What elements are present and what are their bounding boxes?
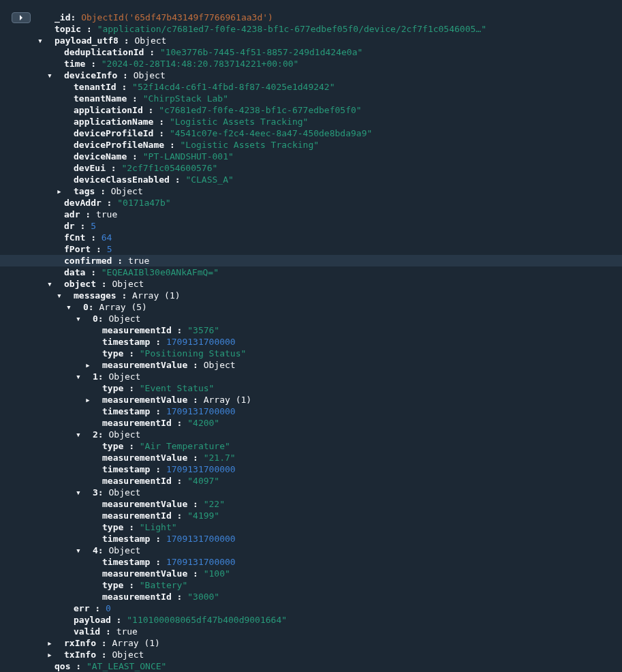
field-row-messages: ▾messages : Array (1) (0, 290, 622, 301)
field-row-object: ▾object : Object (0, 278, 622, 290)
key: rxInfo (64, 637, 96, 649)
value: "52f14cd4-c6f1-4fbd-8f87-4025e1d49242" (132, 81, 335, 93)
caret-down-icon[interactable]: ▾ (45, 70, 55, 81)
field-row-adr: adr : true (0, 209, 622, 220)
key: 1 (93, 371, 98, 382)
field-row-topic: topic : "application/c7681ed7-f0fe-4238-… (0, 23, 622, 35)
caret-down-icon[interactable]: ▾ (55, 290, 64, 301)
value: "AT_LEAST_ONCE" (87, 660, 166, 672)
value: 1709131700000 (166, 533, 236, 545)
key: time (64, 58, 85, 70)
key: 4 (93, 545, 98, 556)
key: deduplicationId (64, 46, 144, 58)
caret-right-icon[interactable]: ▸ (83, 394, 93, 406)
caret-down-icon[interactable]: ▾ (74, 545, 83, 556)
field-row-devEui: devEui : "2cf7f1c054600576" (0, 162, 622, 174)
field-row-messages-0: ▾0: Array (5) (0, 301, 622, 313)
key: object (64, 278, 96, 290)
field-row-m0-measurementValue: ▸measurementValue : Object (0, 359, 622, 371)
value-type: Array (1) (112, 637, 159, 649)
key: deviceClassEnabled (74, 174, 170, 185)
field-row-m1-measurementId: measurementId : "4200" (0, 417, 622, 429)
value-type: Object (108, 487, 140, 498)
caret-down-icon[interactable]: ▾ (74, 371, 83, 382)
key: timestamp (102, 463, 150, 475)
field-row-deviceClassEnabled: deviceClassEnabled : "CLASS_A" (0, 174, 622, 185)
key: type (102, 579, 123, 591)
key: deviceName (74, 151, 127, 162)
value: "0171a47b" (117, 197, 170, 209)
field-row-err: err : 0 (0, 602, 622, 614)
field-row-m1: ▾1: Object (0, 371, 622, 382)
key: 0 (83, 301, 89, 313)
value: "4541c07e-f2c4-4eec-8a47-450de8bda9a9" (170, 127, 372, 139)
value: true (96, 209, 117, 220)
field-row-deviceInfo: ▾deviceInfo : Object (0, 70, 622, 81)
field-row-m0-measurementId: measurementId : "3576" (0, 324, 622, 336)
key: _id (55, 12, 70, 23)
value: "Light" (140, 521, 177, 533)
caret-down-icon[interactable]: ▾ (74, 487, 83, 498)
value: true (128, 255, 149, 266)
field-row-m4-measurementValue: measurementValue : "100" (0, 568, 622, 579)
expand-document-button[interactable] (12, 12, 31, 23)
caret-right-icon[interactable]: ▸ (45, 637, 55, 649)
value: "Battery" (140, 579, 187, 591)
caret-right-icon[interactable]: ▸ (55, 185, 64, 197)
field-row-deduplicationId: deduplicationId : "10e3776b-7445-4f51-88… (0, 46, 622, 58)
key: valid (74, 626, 100, 637)
key: tenantId (74, 81, 116, 93)
key: measurementValue (102, 359, 187, 371)
key: applicationName (74, 116, 153, 127)
value: "Logistic Assets Tracking" (170, 116, 309, 127)
value: 1709131700000 (166, 336, 236, 348)
field-row-rxInfo: ▸rxInfo : Array (1) (0, 637, 622, 649)
caret-down-icon[interactable]: ▾ (64, 301, 74, 313)
value: "3576" (187, 324, 219, 336)
key: applicationId (74, 104, 143, 116)
caret-down-icon[interactable]: ▾ (35, 35, 45, 46)
value-type: Array (1) (132, 290, 180, 301)
field-row-m4-type: type : "Battery" (0, 579, 622, 591)
key: fCnt (64, 232, 85, 243)
key: devEui (74, 162, 106, 174)
field-row-valid: valid : true (0, 626, 622, 637)
key: timestamp (102, 336, 150, 348)
value: ObjectId('65df47b43149f7766961aa3d') (81, 12, 273, 23)
field-row-m2: ▾2: Object (0, 429, 622, 440)
caret-down-icon[interactable]: ▾ (45, 278, 55, 290)
key: timestamp (102, 406, 150, 417)
caret-down-icon[interactable]: ▾ (74, 313, 83, 324)
value-type: Object (108, 545, 140, 556)
key: measurementValue (102, 568, 187, 579)
field-row-devAddr: devAddr : "0171a47b" (0, 197, 622, 209)
field-row-tenantId: tenantId : "52f14cd4-c6f1-4fbd-8f87-4025… (0, 81, 622, 93)
value: "2024-02-28T14:48:20.783714221+00:00" (102, 58, 299, 70)
value: true (116, 626, 138, 637)
field-row-m1-timestamp: timestamp : 1709131700000 (0, 406, 622, 417)
field-row-tenantName: tenantName : "ChirpStack Lab" (0, 93, 622, 104)
value: "100" (204, 568, 230, 579)
key: deviceInfo (64, 70, 117, 81)
key: err (74, 602, 89, 614)
key: deviceProfileId (74, 127, 153, 139)
key: measurementValue (102, 394, 187, 406)
caret-right-icon[interactable]: ▸ (83, 359, 93, 371)
key: topic (55, 23, 81, 35)
field-row-deviceName: deviceName : "PT-LANDSHUT-001" (0, 151, 622, 162)
field-row-m4-timestamp: timestamp : 1709131700000 (0, 556, 622, 568)
field-row-m0-timestamp: timestamp : 1709131700000 (0, 336, 622, 348)
value: 1709131700000 (166, 556, 236, 568)
value: "Positioning Status" (140, 348, 247, 359)
value-type: Object (204, 359, 236, 371)
field-row-txInfo: ▸txInfo : Object (0, 649, 622, 660)
value: "4199" (187, 510, 219, 521)
value: 1709131700000 (166, 406, 236, 417)
key: measurementId (102, 591, 172, 602)
caret-right-icon[interactable]: ▸ (45, 649, 55, 660)
field-row-fPort: fPort : 5 (0, 243, 622, 255)
field-row-applicationId: applicationId : "c7681ed7-f0fe-4238-bf1c… (0, 104, 622, 116)
value: "PT-LANDSHUT-001" (143, 151, 234, 162)
key: data (64, 266, 85, 278)
caret-down-icon[interactable]: ▾ (74, 429, 83, 440)
